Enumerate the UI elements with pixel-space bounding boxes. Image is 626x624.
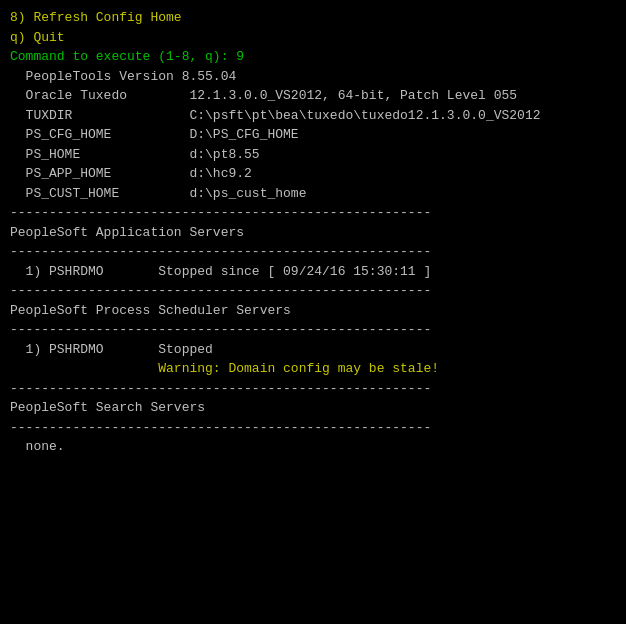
- terminal-line-tuxedo_line2: TUXDIR C:\psft\pt\bea\tuxedo\tuxedo12.1.…: [10, 106, 616, 126]
- terminal-line-menu2: q) Quit: [10, 28, 616, 48]
- terminal-line-appserver_header: PeopleSoft Application Servers: [10, 223, 616, 243]
- terminal-line-psapp: PS_APP_HOME d:\hc9.2: [10, 164, 616, 184]
- terminal-line-search1: none.: [10, 437, 616, 457]
- terminal-line-div2: ----------------------------------------…: [10, 242, 616, 262]
- terminal-line-div3: ----------------------------------------…: [10, 281, 616, 301]
- terminal-line-ptver_label: PeopleTools Version 8.55.04: [10, 67, 616, 87]
- terminal-line-tuxedo_line1: Oracle Tuxedo 12.1.3.0.0_VS2012, 64-bit,…: [10, 86, 616, 106]
- terminal-line-prcsched1a: 1) PSHRDMO Stopped: [10, 340, 616, 360]
- terminal-line-div6: ----------------------------------------…: [10, 418, 616, 438]
- terminal-line-pscust: PS_CUST_HOME d:\ps_cust_home: [10, 184, 616, 204]
- terminal-line-pscfg: PS_CFG_HOME D:\PS_CFG_HOME: [10, 125, 616, 145]
- terminal-line-prcsched1b: Warning: Domain config may be stale!: [10, 359, 616, 379]
- terminal-line-div5: ----------------------------------------…: [10, 379, 616, 399]
- terminal-line-div1: ----------------------------------------…: [10, 203, 616, 223]
- terminal-window: 8) Refresh Config Homeq) QuitCommand to …: [0, 0, 626, 624]
- terminal-line-pshome: PS_HOME d:\pt8.55: [10, 145, 616, 165]
- terminal-line-menu1: 8) Refresh Config Home: [10, 8, 616, 28]
- terminal-line-prompt: Command to execute (1-8, q): 9: [10, 47, 616, 67]
- terminal-line-appserver1: 1) PSHRDMO Stopped since [ 09/24/16 15:3…: [10, 262, 616, 282]
- terminal-line-prcsched_header: PeopleSoft Process Scheduler Servers: [10, 301, 616, 321]
- terminal-line-div4: ----------------------------------------…: [10, 320, 616, 340]
- terminal-line-search_header: PeopleSoft Search Servers: [10, 398, 616, 418]
